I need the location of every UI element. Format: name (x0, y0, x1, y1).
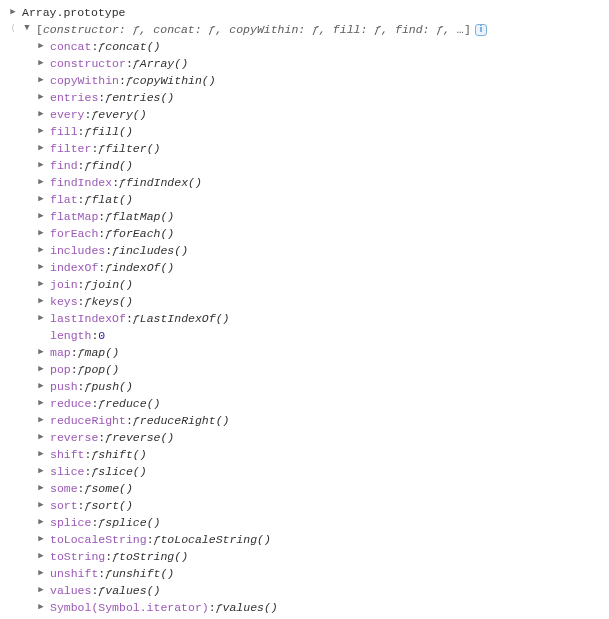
function-signature: forEach() (112, 225, 174, 242)
chevron-right-icon[interactable]: ▶ (36, 412, 46, 429)
console-input-text: Array.prototype (22, 4, 126, 21)
chevron-right-icon[interactable]: ▶ (36, 123, 46, 140)
chevron-right-icon[interactable]: ▶ (36, 157, 46, 174)
chevron-right-icon[interactable]: ▶ (36, 480, 46, 497)
chevron-right-icon[interactable]: ▶ (36, 531, 46, 548)
function-signature: shift() (98, 446, 146, 463)
function-glyph: ƒ (85, 191, 92, 208)
function-glyph: ƒ (78, 344, 85, 361)
property-row[interactable]: ▶ filter: ƒ filter() (8, 140, 601, 157)
function-signature: LastIndexOf() (140, 310, 230, 327)
property-row[interactable]: ▶ push: ƒ push() (8, 378, 601, 395)
function-signature: findIndex() (126, 174, 202, 191)
property-row[interactable]: ▶ map: ƒ map() (8, 344, 601, 361)
chevron-right-icon[interactable]: ▶ (36, 55, 46, 72)
chevron-right-icon[interactable]: ▶ (36, 276, 46, 293)
function-glyph: ƒ (105, 208, 112, 225)
property-key: sort (50, 497, 78, 514)
chevron-right-icon[interactable]: ▶ (36, 259, 46, 276)
property-row[interactable]: ▶ flatMap: ƒ flatMap() (8, 208, 601, 225)
chevron-right-icon[interactable]: ▶ (36, 446, 46, 463)
property-row[interactable]: ▶ toLocaleString: ƒ toLocaleString() (8, 531, 601, 548)
property-row[interactable]: ▶ toString: ƒ toString() (8, 548, 601, 565)
function-signature: copyWithin() (133, 72, 216, 89)
chevron-right-icon[interactable]: ▶ (36, 599, 46, 616)
property-row[interactable]: ▶ reverse: ƒ reverse() (8, 429, 601, 446)
property-key: every (50, 106, 85, 123)
chevron-right-icon[interactable]: ▶ (36, 548, 46, 565)
chevron-right-icon[interactable]: ▶ (36, 106, 46, 123)
function-signature: fill() (91, 123, 132, 140)
chevron-right-icon[interactable]: ▶ (36, 378, 46, 395)
property-row[interactable]: ▶ copyWithin: ƒ copyWithin() (8, 72, 601, 89)
chevron-right-icon[interactable]: ▶ (36, 242, 46, 259)
function-signature: join() (91, 276, 132, 293)
property-row[interactable]: ▶ join: ƒ join() (8, 276, 601, 293)
property-row[interactable]: ▶ constructor: ƒ Array() (8, 55, 601, 72)
property-key: toString (50, 548, 105, 565)
property-row[interactable]: ▶ find: ƒ find() (8, 157, 601, 174)
function-glyph: ƒ (85, 480, 92, 497)
function-glyph: ƒ (98, 582, 105, 599)
property-row[interactable]: ▶ unshift: ƒ unshift() (8, 565, 601, 582)
property-key: findIndex (50, 174, 112, 191)
property-row[interactable]: ▶ fill: ƒ fill() (8, 123, 601, 140)
property-row[interactable]: ▶ every: ƒ every() (8, 106, 601, 123)
property-row[interactable]: ▶ forEach: ƒ forEach() (8, 225, 601, 242)
function-signature: slice() (98, 463, 146, 480)
chevron-right-icon[interactable]: ▶ (36, 293, 46, 310)
property-row[interactable]: ▶ splice: ƒ splice() (8, 514, 601, 531)
function-glyph: ƒ (85, 157, 92, 174)
chevron-right-icon[interactable]: ▶ (36, 225, 46, 242)
function-signature: reduceRight() (140, 412, 230, 429)
property-row[interactable]: ▶ reduceRight: ƒ reduceRight() (8, 412, 601, 429)
property-key: keys (50, 293, 78, 310)
property-row[interactable]: ▶ shift: ƒ shift() (8, 446, 601, 463)
chevron-right-icon[interactable]: ▶ (36, 72, 46, 89)
property-row[interactable]: ▶ reduce: ƒ reduce() (8, 395, 601, 412)
output-arrow-icon: ⟨ (8, 21, 18, 38)
function-signature: unshift() (112, 565, 174, 582)
chevron-right-icon[interactable]: ▶ (36, 208, 46, 225)
function-glyph: ƒ (85, 123, 92, 140)
chevron-right-icon[interactable]: ▶ (36, 344, 46, 361)
property-row[interactable]: ▶ entries: ƒ entries() (8, 89, 601, 106)
property-row[interactable]: ▶ includes: ƒ includes() (8, 242, 601, 259)
chevron-right-icon[interactable]: ▶ (36, 514, 46, 531)
chevron-right-icon[interactable]: ▶ (36, 463, 46, 480)
property-key: splice (50, 514, 91, 531)
property-row[interactable]: ▶ values: ƒ values() (8, 582, 601, 599)
property-row[interactable]: ▶ sort: ƒ sort() (8, 497, 601, 514)
chevron-right-icon[interactable]: ▶ (36, 429, 46, 446)
property-row[interactable]: ▶ slice: ƒ slice() (8, 463, 601, 480)
chevron-right-icon[interactable]: ▶ (36, 174, 46, 191)
property-row[interactable]: ▶ keys: ƒ keys() (8, 293, 601, 310)
chevron-right-icon[interactable]: ▶ (36, 310, 46, 327)
property-row[interactable]: ▶ concat: ƒ concat() (8, 38, 601, 55)
chevron-right-icon[interactable]: ▶ (36, 38, 46, 55)
property-row[interactable]: ▶ indexOf: ƒ indexOf() (8, 259, 601, 276)
chevron-right-icon[interactable]: ▶ (36, 497, 46, 514)
property-row[interactable]: ▶ flat: ƒ flat() (8, 191, 601, 208)
chevron-right-icon[interactable]: ▶ (36, 565, 46, 582)
console-output-row[interactable]: ⟨ ▼ [constructor: ƒ, concat: ƒ, copyWith… (8, 21, 601, 38)
info-icon[interactable]: i (475, 24, 487, 36)
property-key: indexOf (50, 259, 98, 276)
property-key: reverse (50, 429, 98, 446)
property-row[interactable]: ▶ lastIndexOf: ƒ LastIndexOf() (8, 310, 601, 327)
property-key: map (50, 344, 71, 361)
property-key: pop (50, 361, 71, 378)
property-key: Symbol(Symbol.iterator) (50, 599, 209, 616)
chevron-right-icon[interactable]: ▶ (36, 89, 46, 106)
property-row[interactable]: ▶ pop: ƒ pop() (8, 361, 601, 378)
property-row[interactable]: ▶ some: ƒ some() (8, 480, 601, 497)
property-row[interactable]: ▶ findIndex: ƒ findIndex() (8, 174, 601, 191)
chevron-right-icon[interactable]: ▶ (36, 361, 46, 378)
object-summary: [constructor: ƒ, concat: ƒ, copyWithin: … (36, 21, 471, 38)
chevron-right-icon[interactable]: ▶ (36, 582, 46, 599)
chevron-down-icon[interactable]: ▼ (22, 20, 32, 37)
property-row-symbol[interactable]: ▶ Symbol(Symbol.iterator): ƒ values() (8, 599, 601, 616)
chevron-right-icon[interactable]: ▶ (36, 395, 46, 412)
chevron-right-icon[interactable]: ▶ (36, 191, 46, 208)
chevron-right-icon[interactable]: ▶ (36, 140, 46, 157)
